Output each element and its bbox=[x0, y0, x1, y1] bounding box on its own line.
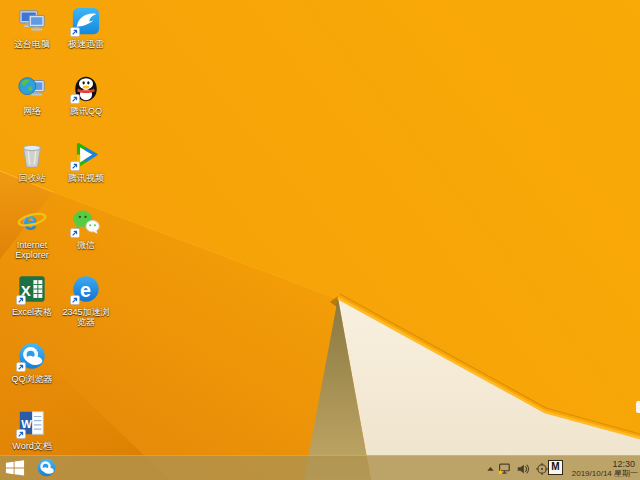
screen-edge-artifact bbox=[636, 401, 640, 413]
desktop-icon-network[interactable]: 网络 bbox=[1, 73, 63, 116]
desktop-icon-excel[interactable]: X Excel表格 bbox=[1, 274, 63, 317]
svg-text:e: e bbox=[23, 207, 37, 235]
safety-target-icon[interactable] bbox=[535, 462, 549, 476]
desktop-screen: 这台电脑 极速迅雷 网络 bbox=[0, 0, 640, 480]
clock-date: 2019/10/14 星期一 bbox=[564, 469, 638, 478]
shortcut-arrow-icon bbox=[70, 161, 80, 171]
desktop-icon-xunlei[interactable]: 极速迅雷 bbox=[55, 6, 117, 49]
shortcut-arrow-icon bbox=[70, 94, 80, 104]
recycle-bin-icon bbox=[17, 140, 47, 170]
taskbar[interactable]: M 12:30 2019/10/14 星期一 bbox=[0, 455, 640, 480]
desktop-icon-word[interactable]: W Word文档 bbox=[1, 408, 63, 451]
network-status-icon[interactable] bbox=[497, 462, 511, 476]
icon-label: 腾讯视频 bbox=[55, 173, 117, 183]
shortcut-arrow-icon bbox=[16, 295, 26, 305]
desktop-icon-qq-browser[interactable]: QQ浏览器 bbox=[1, 341, 63, 384]
svg-text:e: e bbox=[80, 279, 91, 301]
network-globe-icon bbox=[17, 73, 47, 103]
icon-label: Internet Explorer bbox=[1, 240, 63, 260]
desktop-icon-internet-explorer[interactable]: e Internet Explorer bbox=[1, 207, 63, 260]
shortcut-arrow-icon bbox=[16, 362, 26, 372]
taskbar-qq-browser-button[interactable] bbox=[36, 457, 57, 478]
desktop-icon-this-pc[interactable]: 这台电脑 bbox=[1, 6, 63, 49]
shortcut-arrow-icon bbox=[70, 295, 80, 305]
clock-time: 12:30 bbox=[564, 459, 635, 469]
icon-label: 腾讯QQ bbox=[55, 106, 117, 116]
icon-label: 微信 bbox=[55, 240, 117, 250]
windows-logo-icon bbox=[6, 460, 24, 475]
desktop-icon-2345-browser[interactable]: e 2345加速浏览器 bbox=[55, 274, 117, 327]
desktop-icon-recycle-bin[interactable]: 回收站 bbox=[1, 140, 63, 183]
icon-label: 回收站 bbox=[1, 173, 63, 183]
this-pc-icon bbox=[17, 6, 47, 36]
icon-label: 网络 bbox=[1, 106, 63, 116]
icon-label: 极速迅雷 bbox=[55, 39, 117, 49]
desktop-icon-tencent-video[interactable]: 腾讯视频 bbox=[55, 140, 117, 183]
icon-label: Excel表格 bbox=[1, 307, 63, 317]
tray-show-hidden-icons-chevron[interactable] bbox=[486, 465, 495, 472]
shortcut-arrow-icon bbox=[70, 228, 80, 238]
icon-label: Word文档 bbox=[1, 441, 63, 451]
icon-label: 这台电脑 bbox=[1, 39, 63, 49]
icon-label: QQ浏览器 bbox=[1, 374, 63, 384]
shortcut-arrow-icon bbox=[16, 429, 26, 439]
svg-text:W: W bbox=[21, 418, 32, 430]
start-button[interactable] bbox=[5, 460, 25, 476]
ime-indicator[interactable]: M bbox=[548, 460, 563, 475]
volume-icon[interactable] bbox=[516, 462, 530, 476]
shortcut-arrow-icon bbox=[70, 27, 80, 37]
desktop-icon-wechat[interactable]: 微信 bbox=[55, 207, 117, 250]
icon-label: 2345加速浏览器 bbox=[59, 307, 113, 327]
desktop-icon-tencent-qq[interactable]: 腾讯QQ bbox=[55, 73, 117, 116]
internet-explorer-icon: e bbox=[17, 207, 47, 237]
taskbar-clock[interactable]: 12:30 2019/10/14 星期一 bbox=[564, 459, 638, 478]
